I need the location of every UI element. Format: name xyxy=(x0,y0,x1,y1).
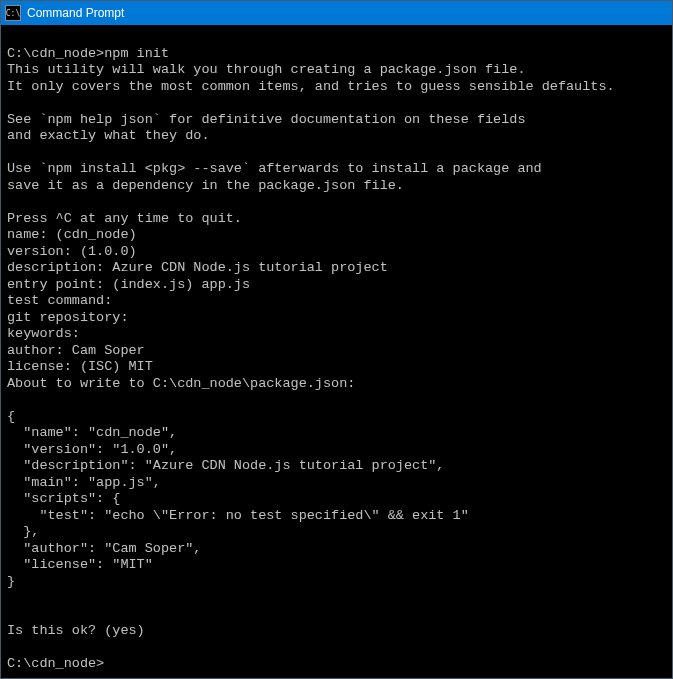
terminal-output[interactable]: C:\cdn_node>npm init This utility will w… xyxy=(1,25,672,678)
window-title: Command Prompt xyxy=(27,6,668,20)
command-prompt-icon: C:\ xyxy=(5,5,21,21)
titlebar[interactable]: C:\ Command Prompt xyxy=(1,1,672,25)
command-prompt-window: C:\ Command Prompt C:\cdn_node>npm init … xyxy=(0,0,673,679)
